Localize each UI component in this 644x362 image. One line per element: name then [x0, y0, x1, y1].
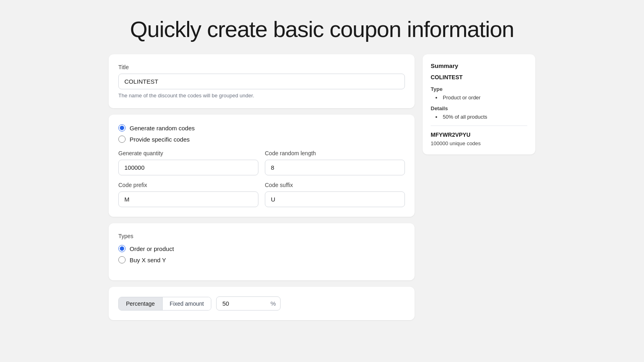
code-prefix-label: Code prefix — [118, 182, 258, 188]
radio-generate-random[interactable]: Generate random codes — [118, 124, 405, 132]
summary-divider — [431, 125, 527, 126]
code-suffix-label: Code suffix — [265, 182, 405, 188]
radio-generate-random-label: Generate random codes — [130, 125, 195, 132]
discount-row: Percentage Fixed amount % — [118, 296, 405, 311]
code-random-length-field: Code random length — [265, 150, 405, 175]
code-prefix-input[interactable] — [118, 191, 258, 207]
types-section-label: Types — [118, 233, 405, 239]
code-prefix-field: Code prefix — [118, 182, 258, 207]
code-fields-row2: Code prefix Code suffix — [118, 182, 405, 207]
discount-value-input[interactable] — [216, 296, 281, 311]
title-helper: The name of the discount the codes will … — [118, 93, 405, 99]
radio-order-product-label: Order or product — [130, 245, 174, 252]
code-random-length-label: Code random length — [265, 150, 405, 156]
summary-coupon-name: COLINTEST — [431, 74, 527, 80]
radio-buy-x-send-y-label: Buy X send Y — [130, 257, 166, 263]
radio-buy-x-send-y[interactable]: Buy X send Y — [118, 256, 405, 263]
summary-column: Summary COLINTEST Type Product or order … — [423, 54, 535, 320]
code-fields-row1: Generate quantity Code random length — [118, 150, 405, 175]
generate-quantity-input[interactable] — [118, 160, 258, 175]
radio-buy-x-send-y-input[interactable] — [118, 256, 126, 263]
discount-card: Percentage Fixed amount % — [109, 287, 415, 320]
page-title: Quickly create basic coupon information — [0, 0, 644, 54]
discount-value-wrap: % — [216, 296, 281, 311]
code-random-length-input[interactable] — [265, 160, 405, 175]
code-type-radio-group: Generate random codes Provide specific c… — [118, 124, 405, 143]
radio-generate-random-input[interactable] — [118, 124, 126, 132]
title-label: Title — [118, 64, 405, 70]
radio-provide-specific[interactable]: Provide specific codes — [118, 136, 405, 143]
fixed-amount-button[interactable]: Fixed amount — [163, 297, 211, 310]
types-radio-group: Order or product Buy X send Y — [118, 245, 405, 263]
code-generation-card: Generate random codes Provide specific c… — [109, 115, 415, 217]
generate-quantity-field: Generate quantity — [118, 150, 258, 175]
code-suffix-field: Code suffix — [265, 182, 405, 207]
radio-provide-specific-label: Provide specific codes — [130, 136, 190, 143]
summary-title: Summary — [431, 62, 527, 69]
title-card: Title The name of the discount the codes… — [109, 54, 415, 108]
percentage-button[interactable]: Percentage — [119, 297, 163, 310]
types-card: Types Order or product Buy X send Y — [109, 223, 415, 280]
generate-quantity-label: Generate quantity — [118, 150, 258, 156]
summary-unique-codes: 100000 unique codes — [431, 140, 527, 146]
radio-order-product-input[interactable] — [118, 245, 126, 252]
summary-code: MFYWR2VPYU — [431, 132, 527, 138]
summary-details-value: 50% of all products — [431, 114, 527, 120]
radio-provide-specific-input[interactable] — [118, 136, 126, 143]
summary-card: Summary COLINTEST Type Product or order … — [423, 54, 535, 154]
code-suffix-input[interactable] — [265, 191, 405, 207]
discount-toggle-bar: Percentage Fixed amount — [118, 297, 211, 311]
summary-details-label: Details — [431, 105, 527, 111]
title-input[interactable] — [118, 74, 405, 89]
summary-type-value: Product or order — [431, 95, 527, 101]
summary-type-label: Type — [431, 86, 527, 92]
radio-order-product[interactable]: Order or product — [118, 245, 405, 252]
